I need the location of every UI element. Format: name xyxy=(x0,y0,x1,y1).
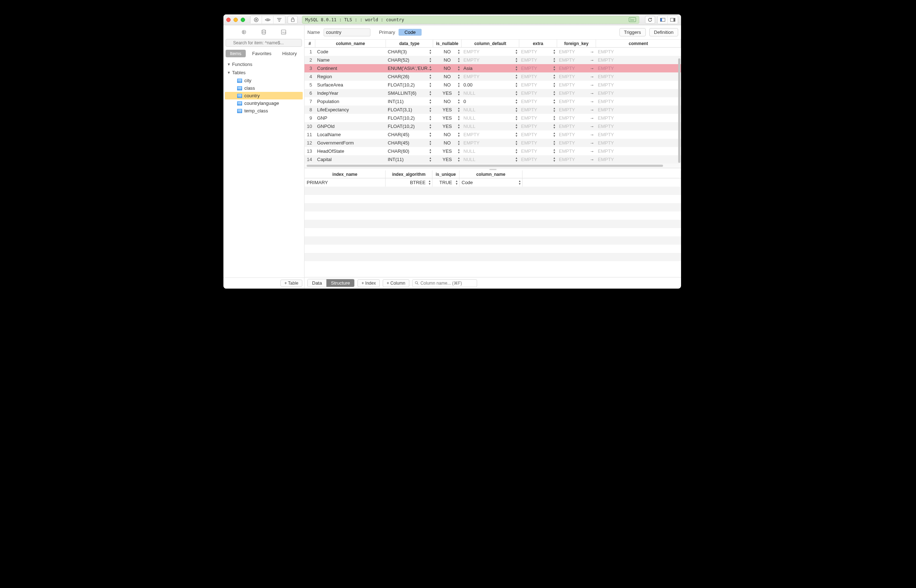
connection-bar[interactable]: MySQL 8.0.11 : TLS : : world : country l… xyxy=(302,16,639,24)
column-row[interactable]: 8LifeExpectancyFLOAT(3,1)▴▾YES▴▾NULL▴▾EM… xyxy=(304,105,681,114)
sidebar-search-input[interactable] xyxy=(226,39,302,47)
column-header-foreign_key[interactable]: foreign_key xyxy=(557,40,596,47)
stepper-icon[interactable]: ▴▾ xyxy=(457,148,460,154)
index-row[interactable]: PRIMARYBTREE▴▾TRUE▴▾Code▴▾ xyxy=(304,178,681,187)
column-header-extra[interactable]: extra xyxy=(519,40,557,47)
stepper-icon[interactable]: ▴▾ xyxy=(515,57,518,63)
nullable-cell[interactable]: YES▴▾ xyxy=(433,122,462,131)
nullable-cell[interactable]: NO▴▾ xyxy=(433,131,462,139)
stepper-icon[interactable]: ▴▾ xyxy=(428,48,432,54)
extra-cell[interactable]: EMPTY▴▾ xyxy=(519,56,557,64)
foreign-key-cell[interactable]: EMPTY→ xyxy=(557,155,596,163)
stepper-icon[interactable]: ▴▾ xyxy=(515,148,518,154)
minimize-window-button[interactable] xyxy=(234,18,238,22)
nullable-cell[interactable]: NO▴▾ xyxy=(433,56,462,64)
column-header-is_nullable[interactable]: is_nullable xyxy=(433,40,462,47)
stepper-icon[interactable]: ▴▾ xyxy=(428,131,432,137)
stepper-icon[interactable]: ▴▾ xyxy=(553,115,556,121)
column-name-cell[interactable]: Continent xyxy=(315,64,386,73)
data-type-cell[interactable]: FLOAT(10,2)▴▾ xyxy=(386,122,433,131)
data-type-cell[interactable]: CHAR(45)▴▾ xyxy=(386,131,433,139)
eye-icon[interactable] xyxy=(262,16,273,24)
tree-item-class[interactable]: class xyxy=(225,84,303,92)
foreign-key-cell[interactable]: EMPTY→ xyxy=(557,81,596,89)
foreign-key-cell[interactable]: EMPTY→ xyxy=(557,64,596,73)
comment-cell[interactable]: EMPTY xyxy=(596,131,681,139)
stepper-icon[interactable]: ▴▾ xyxy=(553,107,556,112)
index-header-index_name[interactable]: index_name xyxy=(304,170,386,178)
foreign-key-cell[interactable]: EMPTY→ xyxy=(557,89,596,97)
foreign-key-cell[interactable]: EMPTY→ xyxy=(557,56,596,64)
default-cell[interactable]: NULL▴▾ xyxy=(462,155,519,163)
stepper-icon[interactable]: ▴▾ xyxy=(428,157,432,162)
default-cell[interactable]: Asia▴▾ xyxy=(462,64,519,73)
extra-cell[interactable]: EMPTY▴▾ xyxy=(519,139,557,147)
comment-cell[interactable]: EMPTY xyxy=(596,64,681,73)
stepper-icon[interactable]: ▴▾ xyxy=(428,82,432,87)
data-type-cell[interactable]: FLOAT(10,2)▴▾ xyxy=(386,114,433,122)
extra-cell[interactable]: EMPTY▴▾ xyxy=(519,73,557,81)
foreign-key-cell[interactable]: EMPTY→ xyxy=(557,105,596,114)
nullable-cell[interactable]: YES▴▾ xyxy=(433,114,462,122)
column-name-cell[interactable]: Code xyxy=(315,48,386,56)
data-type-cell[interactable]: ENUM('ASIA','EUR…▴▾ xyxy=(386,64,433,73)
stepper-icon[interactable]: ▴▾ xyxy=(457,115,460,121)
stepper-icon[interactable]: ▴▾ xyxy=(428,73,432,79)
index-column-cell[interactable]: Code▴▾ xyxy=(459,178,522,187)
column-header-comment[interactable]: comment xyxy=(596,40,681,47)
column-name-cell[interactable]: Name xyxy=(315,56,386,64)
default-cell[interactable]: NULL▴▾ xyxy=(462,147,519,155)
comment-cell[interactable]: EMPTY xyxy=(596,139,681,147)
stepper-icon[interactable]: ▴▾ xyxy=(428,107,432,112)
column-row[interactable]: 4RegionCHAR(26)▴▾NO▴▾EMPTY▴▾EMPTY▴▾EMPTY… xyxy=(304,73,681,81)
stepper-icon[interactable]: ▴▾ xyxy=(515,157,518,162)
stepper-icon[interactable]: ▴▾ xyxy=(457,157,460,162)
default-cell[interactable]: 0.00▴▾ xyxy=(462,81,519,89)
foreign-key-cell[interactable]: EMPTY→ xyxy=(557,114,596,122)
refresh-button[interactable] xyxy=(645,16,655,24)
data-type-cell[interactable]: CHAR(52)▴▾ xyxy=(386,56,433,64)
stepper-icon[interactable]: ▴▾ xyxy=(428,148,432,154)
lock-icon[interactable] xyxy=(288,16,298,24)
extra-cell[interactable]: EMPTY▴▾ xyxy=(519,81,557,89)
column-row[interactable]: 2NameCHAR(52)▴▾NO▴▾EMPTY▴▾EMPTY▴▾EMPTY→E… xyxy=(304,56,681,64)
default-cell[interactable]: NULL▴▾ xyxy=(462,105,519,114)
add-table-button[interactable]: + Table xyxy=(280,279,302,287)
stepper-icon[interactable]: ▴▾ xyxy=(457,82,460,87)
table-name-input[interactable] xyxy=(323,29,370,36)
comment-cell[interactable]: EMPTY xyxy=(596,105,681,114)
column-name-cell[interactable]: GNPOld xyxy=(315,122,386,131)
sidebar-tab-favorites[interactable]: Favorites xyxy=(248,50,276,57)
tree-item-city[interactable]: city xyxy=(225,77,303,84)
data-tab[interactable]: Data xyxy=(308,279,326,287)
default-cell[interactable]: NULL▴▾ xyxy=(462,114,519,122)
stepper-icon[interactable]: ▴▾ xyxy=(553,99,556,104)
index-unique-cell[interactable]: TRUE▴▾ xyxy=(432,178,459,187)
stepper-icon[interactable]: ▴▾ xyxy=(553,123,556,129)
default-cell[interactable]: EMPTY▴▾ xyxy=(462,131,519,139)
comment-cell[interactable]: EMPTY xyxy=(596,56,681,64)
vertical-scrollbar[interactable] xyxy=(677,58,681,274)
horizontal-scrollbar[interactable] xyxy=(304,163,681,168)
data-type-cell[interactable]: CHAR(3)▴▾ xyxy=(386,48,433,56)
stepper-icon[interactable]: ▴▾ xyxy=(428,99,432,104)
stepper-icon[interactable]: ▴▾ xyxy=(457,99,460,104)
column-name-cell[interactable]: Capital xyxy=(315,155,386,163)
structure-tab[interactable]: Structure xyxy=(326,279,354,287)
column-header-data_type[interactable]: data_type xyxy=(386,40,433,47)
primary-key-pill[interactable]: Code xyxy=(399,29,421,36)
stepper-icon[interactable]: ▴▾ xyxy=(553,131,556,137)
column-row[interactable]: 9GNPFLOAT(10,2)▴▾YES▴▾NULL▴▾EMPTY▴▾EMPTY… xyxy=(304,114,681,122)
index-header-index_algorithm[interactable]: index_algorithm xyxy=(386,170,432,178)
foreign-key-cell[interactable]: EMPTY→ xyxy=(557,139,596,147)
column-search-input[interactable] xyxy=(412,279,477,287)
stepper-icon[interactable]: ▴▾ xyxy=(457,107,460,112)
stepper-icon[interactable]: ▴▾ xyxy=(515,73,518,79)
index-header-column_name[interactable]: column_name xyxy=(459,170,522,178)
column-name-cell[interactable]: Population xyxy=(315,97,386,105)
column-row[interactable]: 10GNPOldFLOAT(10,2)▴▾YES▴▾NULL▴▾EMPTY▴▾E… xyxy=(304,122,681,131)
column-name-cell[interactable]: HeadOfState xyxy=(315,147,386,155)
stepper-icon[interactable]: ▴▾ xyxy=(515,115,518,121)
stepper-icon[interactable]: ▴▾ xyxy=(428,65,432,71)
extra-cell[interactable]: EMPTY▴▾ xyxy=(519,97,557,105)
